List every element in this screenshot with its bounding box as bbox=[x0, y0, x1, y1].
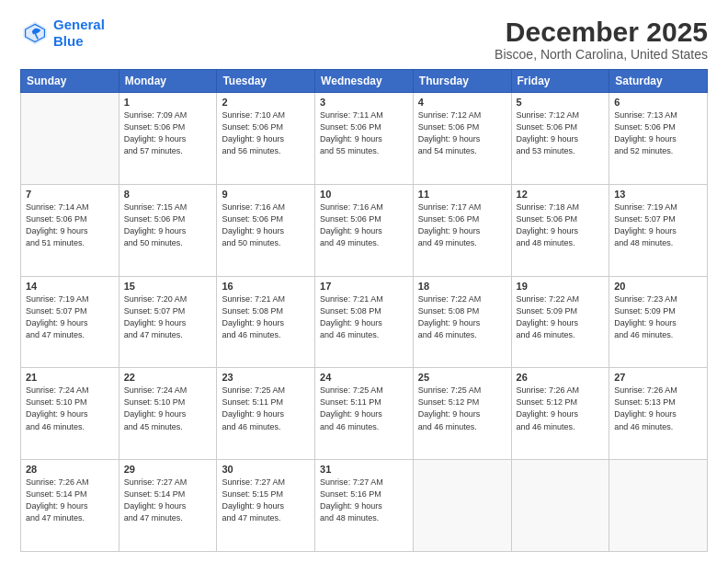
calendar-header-monday: Monday bbox=[119, 70, 217, 93]
cell-info-line: Sunset: 5:06 PM bbox=[517, 213, 605, 225]
cell-info-line: and 48 minutes. bbox=[614, 237, 702, 249]
calendar-cell: 2Sunrise: 7:10 AMSunset: 5:06 PMDaylight… bbox=[217, 93, 315, 185]
day-number: 29 bbox=[124, 464, 212, 475]
calendar-cell: 23Sunrise: 7:25 AMSunset: 5:11 PMDayligh… bbox=[217, 368, 315, 460]
cell-info-line: and 46 minutes. bbox=[517, 421, 605, 433]
cell-info-line: and 50 minutes. bbox=[222, 237, 310, 249]
cell-info-line: Daylight: 9 hours bbox=[26, 317, 114, 329]
cell-info-line: Sunset: 5:06 PM bbox=[26, 213, 114, 225]
cell-info-line: Sunset: 5:08 PM bbox=[222, 305, 310, 317]
cell-info-line: Sunrise: 7:26 AM bbox=[614, 385, 702, 396]
main-title: December 2025 bbox=[495, 17, 708, 47]
cell-info-line: and 46 minutes. bbox=[222, 421, 310, 433]
logo-line1: General bbox=[53, 17, 105, 32]
day-number: 20 bbox=[614, 281, 702, 292]
calendar-cell: 21Sunrise: 7:24 AMSunset: 5:10 PMDayligh… bbox=[21, 368, 119, 460]
day-number: 11 bbox=[418, 189, 506, 200]
cell-info-line: Sunset: 5:06 PM bbox=[124, 213, 212, 225]
cell-info-line: Sunrise: 7:19 AM bbox=[614, 201, 702, 213]
cell-info-line: Sunrise: 7:10 AM bbox=[222, 109, 310, 121]
cell-info-line: Sunrise: 7:16 AM bbox=[320, 201, 408, 213]
cell-info-line: Sunset: 5:08 PM bbox=[418, 305, 506, 317]
cell-info-line: and 46 minutes. bbox=[614, 329, 702, 341]
cell-info-line: Sunset: 5:11 PM bbox=[222, 396, 310, 408]
cell-info-line: Sunset: 5:14 PM bbox=[26, 488, 114, 500]
cell-info-line: Sunset: 5:09 PM bbox=[614, 305, 702, 317]
cell-info-line: Sunset: 5:12 PM bbox=[418, 396, 506, 408]
day-number: 23 bbox=[222, 372, 310, 383]
day-number: 17 bbox=[320, 281, 408, 292]
cell-info-line: Sunrise: 7:16 AM bbox=[222, 201, 310, 213]
calendar-header-thursday: Thursday bbox=[413, 70, 511, 93]
day-number: 2 bbox=[222, 97, 310, 108]
cell-info-line: Daylight: 9 hours bbox=[517, 133, 605, 145]
cell-info-line: Sunrise: 7:12 AM bbox=[418, 109, 506, 121]
cell-info-line: Sunrise: 7:26 AM bbox=[26, 477, 114, 488]
cell-info-line: Daylight: 9 hours bbox=[418, 408, 506, 420]
calendar-week-2: 7Sunrise: 7:14 AMSunset: 5:06 PMDaylight… bbox=[21, 184, 708, 276]
day-number: 19 bbox=[517, 281, 605, 292]
cell-info-line: Daylight: 9 hours bbox=[26, 408, 114, 420]
cell-info-line: Sunrise: 7:25 AM bbox=[418, 385, 506, 396]
cell-info-line: and 57 minutes. bbox=[124, 145, 212, 157]
cell-info-line: Sunrise: 7:24 AM bbox=[26, 385, 114, 396]
header: General Blue December 2025 Biscoe, North… bbox=[20, 17, 708, 62]
calendar-header-saturday: Saturday bbox=[609, 70, 708, 93]
cell-info-line: Sunset: 5:06 PM bbox=[320, 213, 408, 225]
day-number: 4 bbox=[418, 97, 506, 108]
cell-info-line: Sunset: 5:08 PM bbox=[320, 305, 408, 317]
day-number: 1 bbox=[124, 97, 212, 108]
cell-info-line: and 45 minutes. bbox=[124, 421, 212, 433]
cell-info-line: and 54 minutes. bbox=[418, 145, 506, 157]
cell-info-line: and 46 minutes. bbox=[418, 421, 506, 433]
cell-info-line: Daylight: 9 hours bbox=[222, 500, 310, 512]
cell-info-line: Sunset: 5:12 PM bbox=[517, 396, 605, 408]
day-number: 7 bbox=[26, 189, 114, 200]
cell-info-line: Sunset: 5:07 PM bbox=[124, 305, 212, 317]
cell-info-line: and 56 minutes. bbox=[222, 145, 310, 157]
day-number: 12 bbox=[517, 189, 605, 200]
calendar-cell: 14Sunrise: 7:19 AMSunset: 5:07 PMDayligh… bbox=[21, 276, 119, 368]
cell-info-line: Sunset: 5:11 PM bbox=[320, 396, 408, 408]
cell-info-line: and 46 minutes. bbox=[320, 329, 408, 341]
cell-info-line: and 49 minutes. bbox=[418, 237, 506, 249]
cell-info-line: Daylight: 9 hours bbox=[418, 225, 506, 237]
cell-info-line: Daylight: 9 hours bbox=[124, 408, 212, 420]
calendar-cell: 30Sunrise: 7:27 AMSunset: 5:15 PMDayligh… bbox=[217, 460, 315, 552]
cell-info-line: Sunrise: 7:20 AM bbox=[124, 293, 212, 305]
title-block: December 2025 Biscoe, North Carolina, Un… bbox=[495, 17, 708, 62]
calendar-cell: 15Sunrise: 7:20 AMSunset: 5:07 PMDayligh… bbox=[119, 276, 217, 368]
calendar-cell: 26Sunrise: 7:26 AMSunset: 5:12 PMDayligh… bbox=[511, 368, 609, 460]
day-number: 18 bbox=[418, 281, 506, 292]
cell-info-line: Sunrise: 7:18 AM bbox=[517, 201, 605, 213]
day-number: 31 bbox=[320, 464, 408, 475]
cell-info-line: Daylight: 9 hours bbox=[320, 225, 408, 237]
calendar-cell bbox=[511, 460, 609, 552]
calendar-cell: 1Sunrise: 7:09 AMSunset: 5:06 PMDaylight… bbox=[119, 93, 217, 185]
calendar-header-tuesday: Tuesday bbox=[217, 70, 315, 93]
cell-info-line: and 52 minutes. bbox=[614, 145, 702, 157]
calendar-cell bbox=[609, 460, 708, 552]
cell-info-line: Sunrise: 7:09 AM bbox=[124, 109, 212, 121]
calendar-cell: 28Sunrise: 7:26 AMSunset: 5:14 PMDayligh… bbox=[21, 460, 119, 552]
calendar-cell: 18Sunrise: 7:22 AMSunset: 5:08 PMDayligh… bbox=[413, 276, 511, 368]
cell-info-line: Sunset: 5:06 PM bbox=[418, 213, 506, 225]
cell-info-line: Sunset: 5:06 PM bbox=[124, 121, 212, 133]
page: General Blue December 2025 Biscoe, North… bbox=[0, 0, 728, 563]
cell-info-line: Sunrise: 7:22 AM bbox=[517, 293, 605, 305]
cell-info-line: Sunset: 5:07 PM bbox=[26, 305, 114, 317]
cell-info-line: Daylight: 9 hours bbox=[222, 408, 310, 420]
day-number: 21 bbox=[26, 372, 114, 383]
cell-info-line: Sunrise: 7:27 AM bbox=[222, 477, 310, 488]
cell-info-line: Sunset: 5:14 PM bbox=[124, 488, 212, 500]
cell-info-line: and 46 minutes. bbox=[320, 421, 408, 433]
cell-info-line: Sunrise: 7:21 AM bbox=[222, 293, 310, 305]
cell-info-line: Daylight: 9 hours bbox=[418, 133, 506, 145]
calendar-cell bbox=[21, 93, 119, 185]
cell-info-line: Daylight: 9 hours bbox=[614, 408, 702, 420]
calendar-cell: 25Sunrise: 7:25 AMSunset: 5:12 PMDayligh… bbox=[413, 368, 511, 460]
day-number: 8 bbox=[124, 189, 212, 200]
logo-text: General Blue bbox=[53, 17, 105, 50]
calendar-cell: 19Sunrise: 7:22 AMSunset: 5:09 PMDayligh… bbox=[511, 276, 609, 368]
cell-info-line: Daylight: 9 hours bbox=[222, 317, 310, 329]
